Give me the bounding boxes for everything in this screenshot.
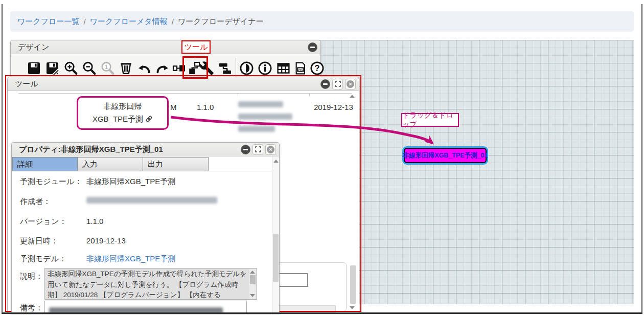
field-label-version: バージョン： bbox=[20, 217, 66, 227]
minimize-icon[interactable] bbox=[241, 145, 250, 154]
undo-icon[interactable] bbox=[135, 57, 153, 79]
workflow-node-selection[interactable]: 非線形回帰XGB_TPE予測_01 bbox=[402, 146, 488, 165]
svg-export-icon[interactable]: SVG bbox=[291, 57, 309, 79]
textarea-scrollbar[interactable] bbox=[249, 269, 256, 299]
field-label-module: 予測モジュール： bbox=[20, 177, 82, 187]
field-label-updated: 更新日時： bbox=[20, 236, 58, 246]
module-name-line1[interactable]: 非線形回帰 bbox=[104, 100, 142, 112]
field-value-model-link[interactable]: 非線形回帰XGB_TPE予測 bbox=[86, 254, 175, 264]
remarks-textarea[interactable] bbox=[44, 301, 247, 314]
field-value-version: 1.1.0 bbox=[86, 217, 103, 226]
tab-details[interactable]: 詳細 bbox=[12, 157, 78, 171]
column-divider bbox=[309, 93, 310, 96]
description-textarea[interactable]: 非線形回帰XGB_TPEの予測モデル作成で得られた予測モデルを用いて新たなデータ… bbox=[44, 268, 257, 300]
field-label-remarks: 備考： bbox=[20, 303, 43, 313]
module-type: M bbox=[170, 103, 177, 111]
tab-input[interactable]: 入力 bbox=[78, 157, 143, 171]
properties-window: プロパティ:非線形回帰XGB_TPE予測_01 × 詳細 入力 出力 予測モジュ… bbox=[11, 142, 280, 313]
scrollbar-thumb[interactable] bbox=[273, 234, 279, 282]
breadcrumb: ワークフロー一覧 / ワークフローメタ情報 / ワークフローデザイナー bbox=[10, 11, 634, 32]
breadcrumb-separator: / bbox=[83, 17, 85, 26]
maximize-icon[interactable] bbox=[332, 79, 343, 89]
tab-output[interactable]: 出力 bbox=[143, 157, 209, 171]
delete-icon[interactable] bbox=[117, 57, 134, 79]
run-icon[interactable] bbox=[238, 57, 255, 79]
zoom-in-icon[interactable] bbox=[62, 57, 79, 79]
description-text: 非線形回帰XGB_TPEの予測モデル作成で得られた予測モデルを用いて新たなデータ… bbox=[48, 269, 248, 300]
field-label-model: 予測モデル： bbox=[20, 254, 66, 264]
remarks-redacted bbox=[49, 307, 223, 313]
tools-window-header: ツール × bbox=[8, 77, 359, 91]
tools-window-title: ツール bbox=[15, 79, 320, 89]
field-label-description: 説明： bbox=[20, 272, 43, 281]
scroll-down-icon[interactable] bbox=[250, 294, 255, 297]
properties-window-header: プロパティ:非線形回帰XGB_TPE予測_01 × bbox=[12, 143, 279, 156]
close-icon[interactable]: × bbox=[265, 144, 276, 155]
scrollbar-thumb[interactable] bbox=[250, 275, 256, 284]
module-author-redacted bbox=[238, 114, 292, 120]
design-window-header: デザイン bbox=[11, 40, 320, 54]
svg-text:SVG: SVG bbox=[297, 68, 303, 71]
close-icon[interactable]: × bbox=[345, 79, 356, 89]
save-icon[interactable] bbox=[25, 57, 42, 79]
scroll-up-icon[interactable] bbox=[273, 160, 279, 163]
designer-canvas[interactable] bbox=[318, 40, 634, 304]
field-value-author-redacted bbox=[86, 197, 217, 204]
module-author-redacted bbox=[238, 101, 283, 107]
toolbar-separator bbox=[236, 58, 236, 78]
module-version: 1.1.0 bbox=[197, 103, 214, 111]
zoom-out-icon[interactable] bbox=[80, 57, 98, 79]
toolbar-separator bbox=[195, 58, 195, 78]
workflow-node[interactable]: 非線形回帰XGB_TPE予測_01 bbox=[404, 148, 487, 163]
scroll-up-icon[interactable] bbox=[350, 95, 355, 98]
scroll-up-icon[interactable] bbox=[250, 271, 255, 274]
zoom-reset-icon: 1 bbox=[99, 57, 116, 79]
field-value-updated: 2019-12-13 bbox=[86, 236, 126, 245]
workflow-designer-page: ワークフロー一覧 / ワークフローメタ情報 / ワークフローデザイナー 非線形回… bbox=[0, 0, 644, 315]
link-nodes-icon[interactable] bbox=[170, 57, 188, 79]
minimize-icon[interactable] bbox=[320, 79, 330, 89]
field-label-author: 作成者： bbox=[20, 197, 51, 207]
svg-text:1: 1 bbox=[105, 63, 108, 70]
tabs-underline bbox=[12, 171, 272, 171]
maximize-icon[interactable] bbox=[252, 144, 263, 155]
annotation-drag-drop-label: ドラッグ＆ドロップ bbox=[401, 113, 459, 127]
scroll-down-icon[interactable] bbox=[350, 306, 355, 309]
breadcrumb-current: ワークフローデザイナー bbox=[178, 17, 264, 27]
breadcrumb-workflow-list[interactable]: ワークフロー一覧 bbox=[17, 17, 79, 27]
scrollbar-thumb[interactable] bbox=[350, 265, 356, 304]
save-as-icon[interactable] bbox=[43, 57, 61, 79]
table-icon[interactable] bbox=[274, 57, 292, 79]
info-icon[interactable] bbox=[256, 57, 273, 79]
module-author-redacted bbox=[238, 126, 275, 132]
link-icon bbox=[145, 114, 153, 126]
module-name-line2[interactable]: XGB_TPE予測 bbox=[93, 112, 153, 126]
auto-layout-icon[interactable] bbox=[216, 57, 234, 79]
breadcrumb-separator: / bbox=[172, 17, 174, 26]
annotation-module-box: 非線形回帰 XGB_TPE予測 bbox=[77, 96, 169, 130]
breadcrumb-workflow-meta[interactable]: ワークフローメタ情報 bbox=[90, 17, 168, 27]
design-window-title: デザイン bbox=[18, 42, 308, 52]
properties-tabs: 詳細 入力 出力 bbox=[12, 157, 209, 171]
minimize-icon[interactable] bbox=[308, 42, 317, 52]
svg-text:?: ? bbox=[314, 63, 319, 73]
module-date: 2019-12-13 bbox=[314, 103, 353, 111]
field-value-module: 非線形回帰XGB_TPE予測 bbox=[86, 177, 175, 187]
properties-scrollbar[interactable] bbox=[272, 157, 279, 313]
help-icon[interactable]: ? bbox=[308, 57, 326, 79]
tools-table-divider bbox=[18, 93, 352, 94]
column-divider bbox=[238, 93, 238, 96]
redo-icon[interactable] bbox=[153, 57, 171, 79]
tools-wrench-icon[interactable] bbox=[198, 57, 215, 79]
properties-window-title: プロパティ:非線形回帰XGB_TPE予測_01 bbox=[19, 145, 241, 154]
